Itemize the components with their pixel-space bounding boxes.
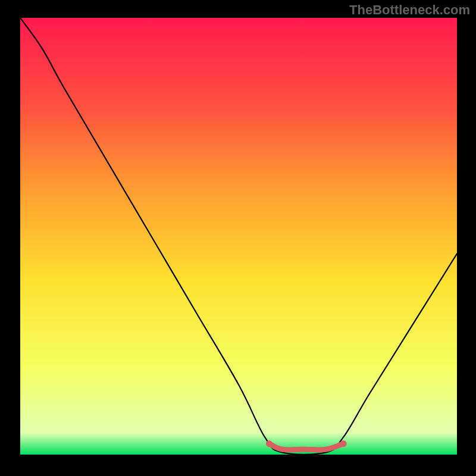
watermark-text: TheBottleneck.com: [349, 2, 470, 18]
plot-area: [20, 18, 457, 455]
chart-container: TheBottleneck.com: [0, 0, 476, 476]
optimal-band-endpoint: [340, 440, 347, 447]
optimal-band-endpoint: [266, 440, 273, 447]
chart-svg: [20, 18, 457, 455]
gradient-background: [20, 18, 457, 455]
